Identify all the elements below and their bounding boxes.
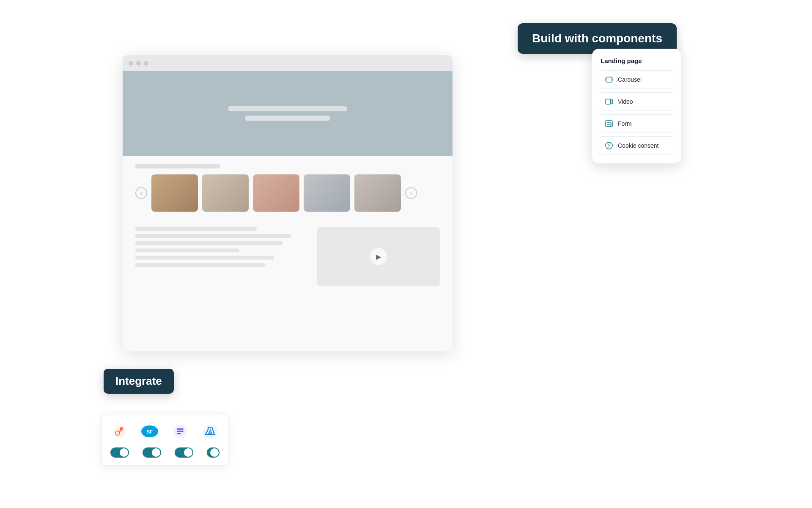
- stripe-logo: [171, 422, 189, 441]
- integrate-label: Integrate: [115, 375, 162, 387]
- form-icon: [604, 119, 614, 128]
- hero-bar-long: [228, 106, 347, 111]
- svg-rect-7: [610, 124, 612, 125]
- component-item-cookie-consent[interactable]: Cookie consent: [599, 136, 674, 155]
- svg-point-11: [608, 146, 609, 147]
- cookie-consent-label: Cookie consent: [618, 142, 659, 149]
- carousel-section: ‹ ›: [123, 156, 453, 220]
- browser-content: ‹ ›: [123, 71, 453, 351]
- carousel-thumb-1: [151, 174, 198, 212]
- text-line-3: [135, 241, 283, 245]
- carousel-thumb-3: [253, 174, 299, 212]
- svg-point-8: [606, 142, 612, 149]
- cookie-icon: [604, 141, 614, 150]
- integration-panel: SF: [102, 414, 228, 466]
- svg-rect-1: [605, 78, 606, 81]
- text-line-5: [135, 256, 274, 260]
- svg-rect-23: [177, 431, 184, 432]
- build-tooltip-label: Build with components: [532, 32, 662, 45]
- carousel-icon: [604, 75, 614, 84]
- carousel-thumb-2: [202, 174, 249, 212]
- hubspot-logo: [110, 422, 129, 441]
- video-icon: [604, 97, 614, 106]
- carousel-thumb-5: [354, 174, 401, 212]
- video-block: ▶: [317, 227, 440, 286]
- component-item-form[interactable]: Form: [599, 114, 674, 133]
- browser-toolbar: [123, 55, 453, 71]
- toggle-stripe[interactable]: [175, 447, 193, 458]
- svg-text:SF: SF: [147, 429, 153, 434]
- browser-dot-red: [129, 61, 133, 66]
- panel-title: Landing page: [599, 57, 674, 64]
- svg-rect-0: [606, 77, 612, 82]
- text-line-4: [135, 248, 239, 252]
- component-item-video[interactable]: Video: [599, 92, 674, 111]
- carousel-prev-arrow[interactable]: ‹: [135, 187, 147, 199]
- hero-bar-short: [245, 116, 330, 121]
- form-label: Form: [618, 120, 632, 127]
- svg-point-12: [610, 144, 611, 144]
- azure-logo: [201, 422, 219, 441]
- carousel-next-arrow[interactable]: ›: [405, 187, 417, 199]
- toggle-azure[interactable]: [207, 447, 219, 458]
- video-label: Video: [618, 98, 633, 105]
- play-button[interactable]: ▶: [370, 248, 387, 265]
- toggle-hubspot[interactable]: [110, 447, 129, 458]
- browser-dot-green: [144, 61, 148, 66]
- svg-rect-22: [177, 428, 184, 430]
- text-line-2: [135, 234, 291, 238]
- salesforce-logo: SF: [140, 422, 159, 441]
- carousel-section-label: [135, 164, 220, 168]
- carousel-label: Carousel: [618, 76, 642, 83]
- integrate-tooltip: Integrate: [104, 369, 174, 394]
- component-panel: Landing page Carousel Video: [592, 49, 681, 163]
- browser-dot-yellow: [136, 61, 141, 66]
- browser-mockup: ‹ ›: [123, 55, 453, 351]
- integration-logos: SF: [110, 422, 219, 441]
- landing-page-hero: [123, 71, 453, 156]
- svg-rect-2: [612, 78, 613, 81]
- text-line-1: [135, 227, 257, 231]
- integration-toggles: [110, 447, 219, 458]
- carousel-images: ‹ ›: [135, 174, 440, 212]
- text-line-6: [135, 263, 266, 267]
- svg-rect-3: [606, 99, 611, 104]
- svg-rect-24: [177, 433, 181, 434]
- svg-point-10: [609, 145, 610, 146]
- toggle-salesforce[interactable]: [143, 447, 161, 458]
- text-block: [135, 227, 309, 286]
- carousel-thumb-4: [304, 174, 350, 212]
- landing-page-bottom: ▶: [123, 220, 453, 293]
- component-item-carousel[interactable]: Carousel: [599, 70, 674, 89]
- svg-point-9: [608, 144, 609, 145]
